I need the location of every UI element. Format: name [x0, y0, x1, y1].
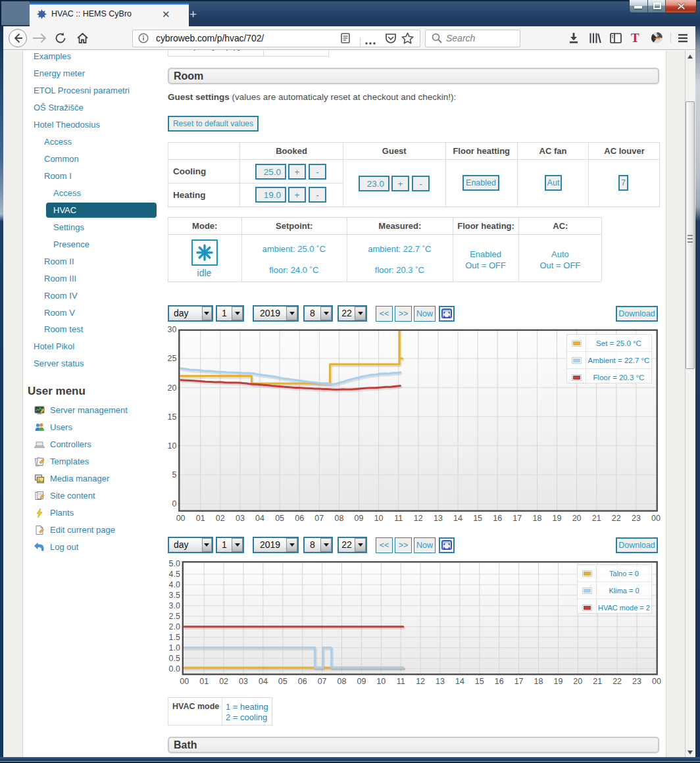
svg-text:25: 25 [168, 354, 177, 363]
svg-text:12: 12 [416, 677, 425, 686]
svg-text:06: 06 [295, 514, 304, 523]
svg-text:02: 02 [219, 677, 228, 686]
svg-text:0.5: 0.5 [169, 654, 180, 663]
svg-text:22: 22 [612, 677, 622, 686]
svg-text:15: 15 [168, 412, 177, 422]
svg-text:06: 06 [298, 677, 307, 686]
svg-text:07: 07 [314, 514, 324, 523]
svg-text:13: 13 [434, 514, 443, 523]
svg-text:00: 00 [176, 514, 186, 523]
svg-text:20: 20 [168, 383, 177, 393]
svg-text:01: 01 [196, 514, 205, 523]
svg-text:08: 08 [334, 514, 343, 523]
svg-text:17: 17 [512, 514, 522, 523]
svg-text:4.0: 4.0 [169, 580, 180, 589]
svg-text:05: 05 [275, 514, 284, 523]
svg-text:1.0: 1.0 [169, 643, 180, 652]
svg-text:12: 12 [414, 514, 423, 523]
svg-text:09: 09 [355, 514, 364, 523]
svg-text:13: 13 [436, 677, 445, 686]
svg-text:15: 15 [475, 677, 484, 686]
svg-text:3.5: 3.5 [169, 591, 180, 600]
svg-text:04: 04 [259, 677, 268, 686]
svg-text:3.0: 3.0 [169, 601, 180, 610]
svg-text:17: 17 [514, 677, 524, 686]
svg-text:11: 11 [397, 677, 405, 686]
svg-text:2.0: 2.0 [169, 622, 180, 631]
svg-text:00: 00 [180, 677, 189, 686]
svg-text:23: 23 [632, 514, 641, 523]
svg-text:08: 08 [338, 677, 347, 686]
svg-text:10: 10 [374, 514, 384, 523]
svg-text:10: 10 [168, 441, 177, 451]
svg-text:5.0: 5.0 [169, 559, 180, 568]
svg-text:00: 00 [652, 677, 661, 686]
svg-text:16: 16 [493, 514, 502, 523]
svg-text:11: 11 [394, 514, 403, 523]
svg-text:16: 16 [495, 677, 504, 686]
svg-text:18: 18 [534, 677, 543, 686]
svg-text:2.5: 2.5 [169, 612, 180, 621]
svg-text:21: 21 [592, 514, 601, 523]
svg-text:18: 18 [532, 514, 541, 523]
svg-text:20: 20 [572, 514, 582, 523]
svg-text:4.5: 4.5 [169, 570, 180, 579]
svg-text:22: 22 [612, 514, 621, 523]
svg-text:03: 03 [239, 677, 248, 686]
svg-text:00: 00 [651, 514, 661, 523]
svg-text:23: 23 [632, 677, 641, 686]
svg-text:05: 05 [278, 677, 288, 686]
svg-text:09: 09 [357, 677, 366, 686]
svg-text:04: 04 [255, 514, 264, 523]
svg-text:20: 20 [573, 677, 582, 686]
svg-text:14: 14 [455, 677, 464, 686]
svg-text:14: 14 [453, 514, 463, 523]
svg-text:0: 0 [172, 499, 177, 508]
svg-text:19: 19 [553, 677, 562, 686]
svg-text:21: 21 [593, 677, 602, 686]
svg-text:19: 19 [553, 514, 562, 523]
svg-text:15: 15 [473, 514, 482, 523]
svg-text:5: 5 [172, 470, 177, 480]
svg-text:07: 07 [318, 677, 327, 686]
svg-text:30: 30 [168, 326, 177, 334]
svg-text:1.5: 1.5 [169, 633, 180, 642]
svg-text:03: 03 [236, 514, 245, 523]
svg-text:0.0: 0.0 [169, 664, 180, 674]
svg-text:01: 01 [199, 677, 209, 686]
svg-text:10: 10 [376, 677, 386, 686]
svg-text:02: 02 [216, 514, 225, 523]
